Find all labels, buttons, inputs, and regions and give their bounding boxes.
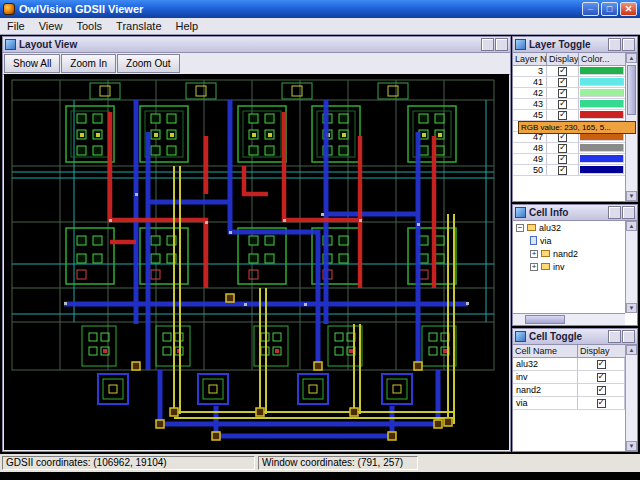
scroll-down-icon[interactable] [626,191,637,201]
scroll-up-icon[interactable] [626,221,637,231]
status-bar: GDSII coordinates: (106962, 19104) Windo… [0,454,640,472]
frame-maximize-icon[interactable] [481,38,494,51]
cell-table-header: Cell Name Display [513,345,637,358]
layout-view-title: Layout View [19,39,77,50]
frame-maximize-icon[interactable] [608,330,621,343]
cell-row: alu32 [513,358,637,371]
col-cell-name: Cell Name [513,345,578,358]
color-swatch[interactable] [580,78,624,86]
chip-layout-drawing [4,74,509,450]
color-swatch[interactable] [580,144,624,152]
layer-toggle-titlebar[interactable]: Layer Toggle [513,37,637,53]
tree-expand-icon[interactable] [530,250,538,258]
cell-info-titlebar[interactable]: Cell Info [513,205,637,221]
color-swatch[interactable] [580,89,624,97]
menu-view[interactable]: View [32,19,70,33]
menubar: File View Tools Translate Help [0,18,640,35]
tree-node-inv[interactable]: inv [513,260,625,273]
layer-row: 50 [513,165,637,176]
menu-help[interactable]: Help [169,19,206,33]
display-checkbox[interactable] [558,89,567,98]
frame-restore-icon[interactable] [622,38,635,51]
folder-icon [527,224,536,231]
layer-number: 45 [513,110,547,121]
color-swatch[interactable] [580,111,624,119]
tree-expand-icon[interactable] [530,263,538,271]
frame-icon [515,331,526,342]
display-checkbox[interactable] [558,100,567,109]
display-checkbox[interactable] [597,386,606,395]
scrollbar-thumb[interactable] [525,315,565,324]
scrollbar-thumb[interactable] [627,65,636,115]
frame-maximize-icon[interactable] [608,206,621,219]
zoom-out-button[interactable]: Zoom Out [117,54,179,73]
close-icon[interactable] [620,2,637,16]
gdsii-coordinates: GDSII coordinates: (106962, 19104) [2,456,255,470]
menu-file[interactable]: File [0,19,32,33]
scroll-down-icon[interactable] [626,303,637,313]
frame-maximize-icon[interactable] [608,38,621,51]
maximize-icon[interactable] [601,2,618,16]
minimize-icon[interactable] [582,2,599,16]
layer-color-cell[interactable] [579,66,625,77]
layer-display-cell [547,165,579,176]
layer-color-cell[interactable] [579,88,625,99]
titlebar[interactable]: OwlVision GDSII Viewer [0,0,640,18]
display-checkbox[interactable] [558,144,567,153]
color-swatch[interactable] [580,100,624,108]
scroll-up-icon[interactable] [626,53,637,63]
zoom-in-button[interactable]: Zoom In [61,54,116,73]
col-color: Color... [579,53,625,66]
layer-table-header: Layer N... Display Color... [513,53,637,66]
display-checkbox[interactable] [597,373,606,382]
display-checkbox[interactable] [558,67,567,76]
layer-color-cell[interactable] [579,110,625,121]
cell-toggle-frame: Cell Toggle Cell Name Display alu32 inv … [512,328,638,452]
color-swatch[interactable] [580,155,624,163]
layer-row: 49 [513,154,637,165]
cell-tree: alu32 via nand2 inv [513,221,625,313]
layout-view-titlebar[interactable]: Layout View [3,37,510,53]
menu-tools[interactable]: Tools [69,19,109,33]
tree-node-label: via [540,236,552,246]
col-display: Display [547,53,579,66]
cell-display-cell [578,358,625,371]
layout-toolbar: Show All Zoom In Zoom Out [3,53,510,75]
layer-color-cell[interactable] [579,165,625,176]
color-swatch[interactable] [580,166,624,174]
tree-node-alu32[interactable]: alu32 [513,221,625,234]
display-checkbox[interactable] [558,155,567,164]
layer-color-cell[interactable] [579,154,625,165]
layout-canvas[interactable] [4,74,509,450]
display-checkbox[interactable] [558,166,567,175]
display-checkbox[interactable] [558,78,567,87]
display-checkbox[interactable] [558,111,567,120]
tree-node-nand2[interactable]: nand2 [513,247,625,260]
menu-translate[interactable]: Translate [109,19,168,33]
layer-color-cell[interactable] [579,143,625,154]
cell-info-frame: Cell Info alu32 via nand2 inv [512,204,638,326]
scroll-up-icon[interactable] [626,345,637,355]
cell-row: via [513,397,637,410]
cell-row: nand2 [513,384,637,397]
layer-color-cell[interactable] [579,99,625,110]
frame-restore-icon[interactable] [495,38,508,51]
tree-node-via[interactable]: via [513,234,625,247]
frame-restore-icon[interactable] [622,206,635,219]
cell-toggle-titlebar[interactable]: Cell Toggle [513,329,637,345]
cell-info-vscrollbar[interactable] [625,221,637,313]
tree-collapse-icon[interactable] [516,224,524,232]
cell-info-hscrollbar[interactable] [513,313,625,325]
display-checkbox[interactable] [597,360,606,369]
frame-restore-icon[interactable] [622,330,635,343]
color-swatch[interactable] [580,67,624,75]
layer-number: 3 [513,66,547,77]
layer-display-cell [547,110,579,121]
display-checkbox[interactable] [597,399,606,408]
color-swatch[interactable] [580,133,624,141]
layer-color-cell[interactable] [579,77,625,88]
show-all-button[interactable]: Show All [4,54,60,73]
scroll-down-icon[interactable] [626,441,637,451]
cell-toggle-scrollbar[interactable] [625,345,637,451]
layer-display-cell [547,154,579,165]
